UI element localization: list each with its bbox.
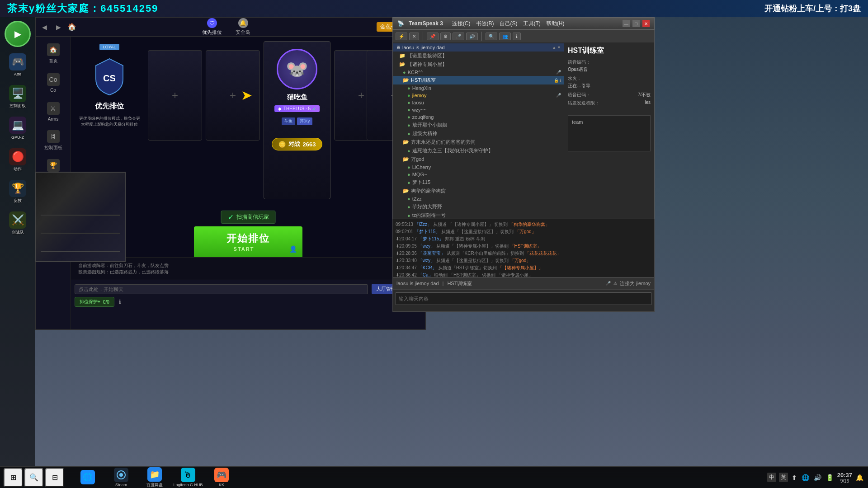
ts-tool-connect-btn[interactable]: ⚡ xyxy=(396,33,407,40)
ts-close-button[interactable]: ✕ xyxy=(642,20,650,27)
taskbar-app-kk[interactable]: 🎮 KK xyxy=(206,467,237,488)
protect-badge: 排位保护+ 0/0 xyxy=(75,297,114,307)
desktop-icon-app5[interactable]: 🏆 竞技 xyxy=(2,176,33,207)
ts-menu-help[interactable]: 帮助(H) xyxy=(546,20,565,28)
ts-log-section[interactable]: 09:55:13 「iZzz」 从频道 「【诸神专属小屋】」 切换到 「狗华的豪… xyxy=(392,219,655,277)
coin-icon: 🪙 xyxy=(278,141,286,148)
ts-tool-settings-btn[interactable]: ⚙ xyxy=(440,33,451,40)
ts-user-wzy[interactable]: ● wzy~~ xyxy=(393,106,564,113)
ts-channel-item-1[interactable]: 📁 【诺里是接待区】 xyxy=(393,52,564,60)
sidebar-panel[interactable]: 🎛 控制面板 xyxy=(38,127,69,154)
desktop-icon-app2[interactable]: 🖥️ 控制面板 xyxy=(2,81,33,112)
taskbar-app-baidu[interactable]: 📁 百度网盘 xyxy=(139,466,170,488)
notification-icon[interactable]: 🔔 xyxy=(855,473,864,482)
start-rank-button[interactable]: 开始排位 START 👤 xyxy=(194,226,302,258)
ts-channel-folder-1[interactable]: 📂 【诸神专属小屋】 xyxy=(393,60,564,69)
ts-user-hengxin[interactable]: ● HengXin xyxy=(393,84,564,92)
ts-menu-self[interactable]: 自己(S) xyxy=(500,20,518,28)
desktop-icon-app4[interactable]: 🔴 动作 xyxy=(2,145,33,175)
desktop-icon-app6[interactable]: ⚔️ 创战队 xyxy=(2,208,33,239)
ts-minimize-button[interactable]: — xyxy=(623,20,630,27)
volume-icon[interactable]: 🔊 xyxy=(813,473,822,482)
ts-tool-search-btn[interactable]: 🔍 xyxy=(486,33,497,40)
user-name-chao: 超级大精神 xyxy=(412,130,437,137)
log-time-3: ⬇20:04:17 xyxy=(396,236,417,241)
info-icon-hst: ℹ xyxy=(560,78,561,83)
nav-forward-button[interactable]: ▶ xyxy=(53,23,64,32)
log-user-1: 「iZzz」 xyxy=(415,222,432,227)
windows-start-button[interactable]: ⊞ xyxy=(4,468,23,487)
log-time-1: 09:55:13 xyxy=(396,222,413,227)
panel-icon: 🎛 xyxy=(47,130,60,143)
player-slot-1[interactable]: + xyxy=(148,50,202,141)
chat-input-field[interactable] xyxy=(75,284,368,294)
ts-status-bar: laosu is jiemoy dad | HST训练室 🎤 ⚠ 连接为 jie… xyxy=(392,277,655,289)
lang-icon[interactable]: 英 xyxy=(779,473,788,482)
sidebar-co[interactable]: Co Co xyxy=(38,69,69,96)
log-user-6: 「wzy」 xyxy=(418,258,435,263)
taskbar-app-browser[interactable]: 🌐 xyxy=(72,469,104,486)
desktop-icon-app3[interactable]: 💻 GPU-Z xyxy=(2,113,33,144)
ts-user-laosu[interactable]: ● laosu xyxy=(393,99,564,106)
ts-menu-tools[interactable]: 工具(T) xyxy=(523,20,541,28)
nav-back-button[interactable]: ◀ xyxy=(39,23,50,32)
network-icon[interactable]: 🌐 xyxy=(801,473,810,482)
protect-info-icon[interactable]: ℹ xyxy=(119,299,121,305)
ts-user-chao[interactable]: ● 超级大精神 xyxy=(393,129,564,138)
kk-label: KK xyxy=(219,483,224,487)
ts-user-jiemoy[interactable]: ● jiemoy 🎤 xyxy=(393,92,564,99)
ts-channel-list[interactable]: 🖥 laosu is jiemoy dad ▲ ▼ 📁 【诺里是接待区】 📂 【… xyxy=(393,42,564,219)
desktop-icon-app1[interactable]: 🎮 Atte xyxy=(2,50,33,80)
log-time-7: ⬇20:34:47 xyxy=(396,265,417,270)
ts-user-haoye[interactable]: ● 芋好的大野野 xyxy=(393,202,564,211)
ts-user-sudi[interactable]: ● 速死地力之三【我的积分/我来守护】 xyxy=(393,146,564,155)
user-name-laosu: laosu xyxy=(412,100,424,105)
ts-channel-wangod[interactable]: 📂 万god xyxy=(393,155,564,164)
scan-row[interactable]: ✓ 扫描高信玩家 xyxy=(221,211,276,224)
ts-user-mengbu[interactable]: ● 梦卜115 xyxy=(393,178,564,187)
taskbar-search-button[interactable]: 🔍 xyxy=(24,468,43,487)
ts-chat-input-field[interactable] xyxy=(396,292,651,305)
ts-user-tz[interactable]: ● tz的深刻得一号 xyxy=(393,211,564,219)
ts-pwd-row: 语音已码： 7/不被 xyxy=(568,92,651,98)
ts-user-mqg[interactable]: ● MQG~ xyxy=(393,171,564,178)
ts-tool-info-btn[interactable]: ℹ xyxy=(513,33,521,40)
ts-log-entry-7: ⬇20:34:47 「KCR」 从频道「HST训练室」切换到 「【诸神专属小屋】… xyxy=(396,264,651,272)
ts-channel-hst[interactable]: 📂 HST训练室 🔒 ℹ xyxy=(393,76,564,84)
ts-menu-connect[interactable]: 连接(C) xyxy=(452,20,471,28)
task-view-button[interactable]: ⊟ xyxy=(45,468,64,487)
ts-maximize-button[interactable]: □ xyxy=(632,20,640,27)
tab-priority-rank[interactable]: 🛡 优先排位 xyxy=(202,18,222,36)
ts-tool-users-btn[interactable]: 👥 xyxy=(499,33,511,40)
ts-server-item[interactable]: 🖥 laosu is jiemoy dad ▲ ▼ xyxy=(393,43,564,52)
ts-user-fangkai[interactable]: ● 放开那个小姐姐 xyxy=(393,121,564,129)
ts-tool-mic-btn[interactable]: 🎤 xyxy=(453,33,464,40)
user-name-zouq: zouqifeng xyxy=(412,114,434,120)
nav-home-icon[interactable]: 🏠 xyxy=(67,23,76,31)
ts-tool-speaker-btn[interactable]: 🔊 xyxy=(466,33,478,40)
chat-section: 大厅管理品 👤 排位保护+ 0/0 ℹ 选择地图/ xyxy=(71,280,425,329)
steam-icon xyxy=(114,468,128,482)
ts-user-kcr[interactable]: ● KCR^^ 🎤 xyxy=(393,69,564,76)
taskbar-clock[interactable]: 20:37 9/16 xyxy=(837,472,852,483)
sidebar-home[interactable]: 🏠 首页 xyxy=(38,40,69,67)
ts-channel-gouhua[interactable]: 📂 狗华的豪华狗窝 xyxy=(393,187,564,195)
ts-tool-disconnect-btn[interactable]: ✕ xyxy=(409,33,419,40)
ts-user-licherry[interactable]: ● LiCherry xyxy=(393,164,564,171)
sidebar-arms[interactable]: ⚔ Arms xyxy=(38,98,69,125)
log-user-5: 「花葱宝宝」 xyxy=(418,251,445,256)
ts-channel-qifu[interactable]: 📂 齐末永还是们们的爸爸的旁间 xyxy=(393,138,564,146)
ime-icon[interactable]: 中 xyxy=(767,473,776,482)
ts-pwd-val: 7/不被 xyxy=(638,92,651,98)
ts-tool-bookmark-btn[interactable]: 📌 xyxy=(427,33,439,40)
play-button[interactable]: ▶ xyxy=(5,21,31,47)
ts-user-zouqifeng[interactable]: ● zouqifeng xyxy=(393,113,564,121)
ts-codec-value: Opus语音 xyxy=(568,66,651,73)
ts-menu-bookmarks[interactable]: 书签(B) xyxy=(476,20,494,28)
taskbar-app-steam[interactable]: Steam xyxy=(105,467,137,488)
coins-value: 2663 xyxy=(303,141,316,148)
ts-right-panel: HST训练室 语音编码： Opus语音 水火： 正在…引导 语音已码： 7/不被… xyxy=(564,42,654,219)
ts-user-tzzz[interactable]: ● tZzz xyxy=(393,195,564,202)
taskbar-app-logitech[interactable]: 🖱 Logitech G HUB xyxy=(172,467,204,488)
tab-safe-island[interactable]: 🔔 安全岛 xyxy=(236,18,250,36)
